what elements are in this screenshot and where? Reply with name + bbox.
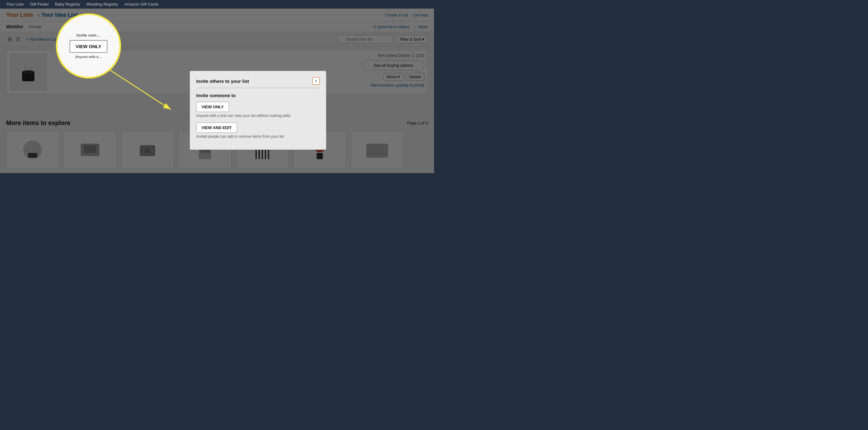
invite-label: Invite someone to [196, 93, 320, 98]
nav-your-lists[interactable]: Your Lists [6, 2, 24, 6]
view-only-option: VIEW ONLY Anyone with a link can view yo… [196, 102, 320, 118]
main-content: Your Lists › Your Idea List... Create a … [0, 9, 434, 173]
invite-modal: Invite others to your list × Invite some… [190, 71, 326, 150]
modal-close-button[interactable]: × [312, 77, 320, 85]
nav-amazon-gift-cards[interactable]: Amazon Gift Cards [124, 2, 159, 6]
nav-wedding-registry[interactable]: Wedding Registry [86, 2, 118, 6]
view-only-desc: Anyone with a link can view your list wi… [196, 113, 320, 118]
view-and-edit-option: VIEW AND EDIT Invited people can add or … [196, 123, 320, 139]
modal-title: Invite others to your list [196, 78, 249, 84]
view-only-button[interactable]: VIEW ONLY [196, 102, 229, 112]
view-and-edit-button[interactable]: VIEW AND EDIT [196, 123, 237, 133]
nav-gift-finder[interactable]: Gift Finder [30, 2, 49, 6]
nav-baby-registry[interactable]: Baby Registry [55, 2, 80, 6]
top-nav: Your Lists Gift Finder Baby Registry Wed… [0, 0, 434, 9]
modal-header: Invite others to your list × [196, 77, 320, 88]
view-and-edit-desc: Invited people can add or remove items f… [196, 134, 320, 139]
